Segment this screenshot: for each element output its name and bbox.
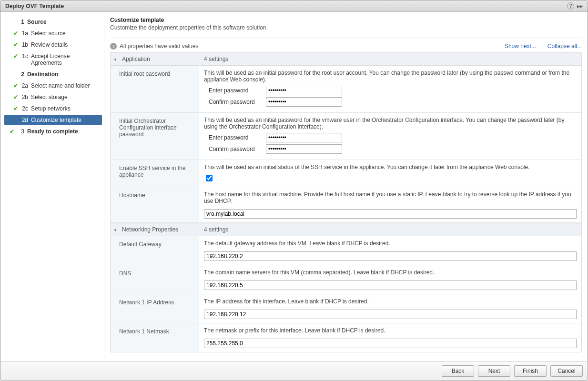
status-text: All properties have valid values	[120, 43, 198, 50]
prop-label: Network 1 Netmask	[111, 323, 199, 352]
check-icon: ✔	[12, 30, 20, 37]
group-meta: 4 settings	[199, 53, 233, 65]
prop-row-gateway: Default Gateway The default gateway addr…	[111, 236, 581, 265]
enter-password-label: Enter password	[204, 134, 261, 141]
status-row: i All properties have valid values Show …	[110, 41, 582, 52]
prop-description: The netmask or prefix for this interface…	[204, 327, 577, 334]
check-icon: ✔	[8, 128, 16, 135]
group-name: Application	[120, 53, 199, 65]
root-password-confirm-input[interactable]	[266, 97, 342, 107]
show-next-link[interactable]: Show next...	[505, 43, 536, 50]
properties-table: Application 4 settings Initial root pass…	[110, 52, 582, 352]
check-icon: ✔	[12, 94, 20, 100]
confirm-password-label: Confirm password	[204, 99, 261, 105]
prop-label: Hostname	[111, 187, 199, 222]
back-button[interactable]: Back	[442, 365, 474, 377]
prop-label: Default Gateway	[111, 236, 199, 265]
prop-row-ip: Network 1 IP Address The IP address for …	[111, 294, 581, 323]
group-header-networking: Networking Properties 4 settings	[111, 223, 581, 236]
info-icon: i	[110, 43, 117, 50]
prop-label: Network 1 IP Address	[111, 294, 199, 323]
sidebar-step-setup-networks[interactable]: ✔2cSetup networks	[4, 103, 102, 114]
finish-button[interactable]: Finish	[514, 365, 547, 377]
window-title: Deploy OVF Template	[5, 3, 64, 10]
hostname-input[interactable]	[204, 209, 577, 219]
prop-description: This will be used as an initial status o…	[204, 164, 577, 170]
netmask-input[interactable]	[204, 339, 577, 348]
prop-row-enable-ssh: Enable SSH service in the appliance This…	[111, 160, 581, 187]
wizard-footer: Back Next Finish Cancel	[0, 361, 588, 381]
prop-description: This will be used as an initial password…	[204, 117, 577, 130]
prop-label: Initial Orchestrator Configuration inter…	[111, 113, 199, 160]
prop-description: The domain name servers for this VM (com…	[204, 269, 577, 276]
prop-row-netmask: Network 1 Netmask The netmask or prefix …	[111, 323, 581, 352]
main-panel: Customize template Customize the deploym…	[104, 12, 588, 361]
prop-row-hostname: Hostname The host name for this virtual …	[111, 187, 581, 223]
root-password-input[interactable]	[266, 86, 342, 95]
page-subtitle: Customize the deployment properties of t…	[110, 24, 582, 31]
cancel-button[interactable]: Cancel	[550, 365, 583, 377]
check-icon: ✔	[12, 41, 20, 48]
group-name: Networking Properties	[120, 223, 199, 236]
prop-label: Initial root password	[111, 66, 199, 112]
sidebar-step-review-details[interactable]: ✔1bReview details	[4, 40, 102, 50]
group-meta: 4 settings	[199, 223, 233, 236]
prop-label: Enable SSH service in the appliance	[111, 160, 199, 187]
check-icon: ✔	[12, 53, 20, 60]
prop-row-dns: DNS The domain name servers for this VM …	[111, 265, 581, 294]
wizard-window: Deploy OVF Template ? ▸▸ ✔1Source ✔1aSel…	[0, 0, 588, 381]
ip-input[interactable]	[204, 310, 577, 319]
enter-password-label: Enter password	[204, 87, 261, 94]
sidebar-step-select-source[interactable]: ✔1aSelect source	[4, 28, 102, 39]
check-icon: ✔	[12, 82, 20, 89]
sidebar-section-source: ✔1Source	[4, 17, 102, 27]
sidebar-step-ready[interactable]: ✔3Ready to complete	[4, 126, 102, 137]
dns-input[interactable]	[204, 281, 577, 290]
help-icon[interactable]: ?	[567, 2, 574, 10]
sidebar-step-customize-template[interactable]: ✔2dCustomize template	[4, 115, 102, 125]
prop-description: The default gateway address for this VM.…	[204, 240, 577, 247]
wizard-sidebar: ✔1Source ✔1aSelect source ✔1bReview deta…	[0, 12, 104, 361]
titlebar-icons: ? ▸▸	[567, 2, 583, 10]
titlebar: Deploy OVF Template ? ▸▸	[0, 0, 588, 12]
gateway-input[interactable]	[204, 251, 577, 261]
confirm-password-label: Confirm password	[204, 146, 261, 152]
sidebar-step-accept-license[interactable]: ✔1cAccept License Agreements	[4, 51, 102, 68]
check-icon: ✔	[12, 105, 20, 112]
prop-label: DNS	[111, 265, 199, 294]
prop-row-orchestrator-password: Initial Orchestrator Configuration inter…	[111, 113, 581, 160]
collapse-all-link[interactable]: Collapse all...	[547, 43, 582, 50]
divider	[110, 38, 582, 38]
sidebar-step-select-name[interactable]: ✔2aSelect name and folder	[4, 80, 102, 91]
prop-description: The IP address for this interface. Leave…	[204, 298, 577, 305]
prop-description: The host name for this virtual machine. …	[204, 191, 577, 204]
next-button[interactable]: Next	[478, 365, 510, 377]
fast-forward-icon[interactable]: ▸▸	[577, 3, 583, 10]
collapse-toggle-icon[interactable]	[111, 53, 120, 65]
sidebar-step-select-storage[interactable]: ✔2bSelect storage	[4, 92, 102, 102]
collapse-toggle-icon[interactable]	[111, 223, 120, 236]
sidebar-section-destination: ✔2Destination	[4, 69, 102, 80]
page-title: Customize template	[110, 17, 582, 23]
prop-description: This will be used as an initial password…	[204, 70, 577, 83]
prop-row-root-password: Initial root password This will be used …	[111, 66, 581, 113]
orch-password-input[interactable]	[266, 133, 342, 142]
orch-password-confirm-input[interactable]	[266, 144, 342, 154]
group-header-application: Application 4 settings	[111, 53, 581, 66]
enable-ssh-checkbox[interactable]	[206, 175, 213, 181]
